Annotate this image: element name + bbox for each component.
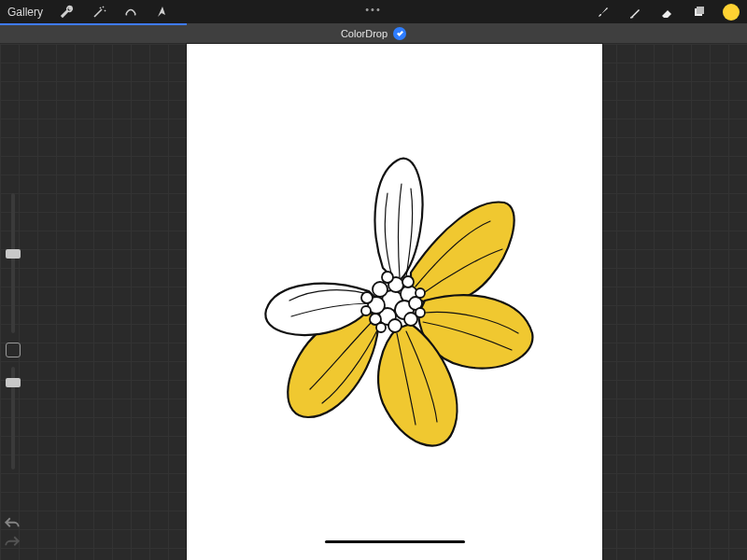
brush-size-thumb[interactable] bbox=[6, 249, 21, 259]
home-indicator bbox=[325, 540, 465, 543]
svg-point-11 bbox=[388, 319, 402, 332]
svg-point-19 bbox=[361, 306, 371, 315]
color-swatch[interactable] bbox=[723, 4, 740, 21]
workspace bbox=[0, 44, 747, 560]
canvas[interactable] bbox=[187, 44, 602, 560]
colordrop-progress bbox=[0, 23, 187, 25]
history-controls bbox=[4, 515, 21, 547]
svg-point-18 bbox=[376, 323, 386, 332]
brush-size-slider[interactable] bbox=[11, 193, 15, 333]
select-icon[interactable] bbox=[123, 5, 138, 20]
svg-rect-1 bbox=[697, 7, 704, 14]
svg-point-7 bbox=[373, 282, 388, 297]
notification-bar: ColorDrop bbox=[0, 23, 747, 44]
notification-label: ColorDrop bbox=[341, 28, 388, 39]
left-rail bbox=[4, 193, 22, 469]
opacity-slider[interactable] bbox=[11, 367, 15, 469]
svg-point-14 bbox=[382, 272, 393, 283]
svg-point-13 bbox=[361, 292, 373, 303]
svg-point-17 bbox=[416, 308, 425, 317]
artwork-flower bbox=[224, 137, 560, 473]
gallery-button[interactable]: Gallery bbox=[7, 6, 43, 19]
svg-point-16 bbox=[416, 288, 425, 298]
layers-icon[interactable] bbox=[691, 5, 706, 20]
check-icon bbox=[393, 27, 406, 40]
smudge-icon[interactable] bbox=[627, 5, 642, 20]
toolbar-left-group: Gallery bbox=[7, 5, 170, 20]
top-toolbar: Gallery ••• bbox=[0, 0, 747, 23]
wand-icon[interactable] bbox=[92, 5, 106, 20]
toolbar-right-group bbox=[596, 4, 740, 21]
wrench-icon[interactable] bbox=[60, 5, 75, 20]
modify-menu-button[interactable]: ••• bbox=[365, 4, 382, 15]
redo-icon[interactable] bbox=[4, 534, 21, 547]
svg-point-15 bbox=[402, 276, 414, 287]
opacity-thumb[interactable] bbox=[6, 378, 21, 387]
eraser-icon[interactable] bbox=[659, 5, 674, 20]
brush-icon[interactable] bbox=[596, 5, 611, 20]
modify-tool-button[interactable] bbox=[6, 343, 21, 357]
undo-icon[interactable] bbox=[4, 515, 21, 528]
move-icon[interactable] bbox=[155, 5, 170, 20]
